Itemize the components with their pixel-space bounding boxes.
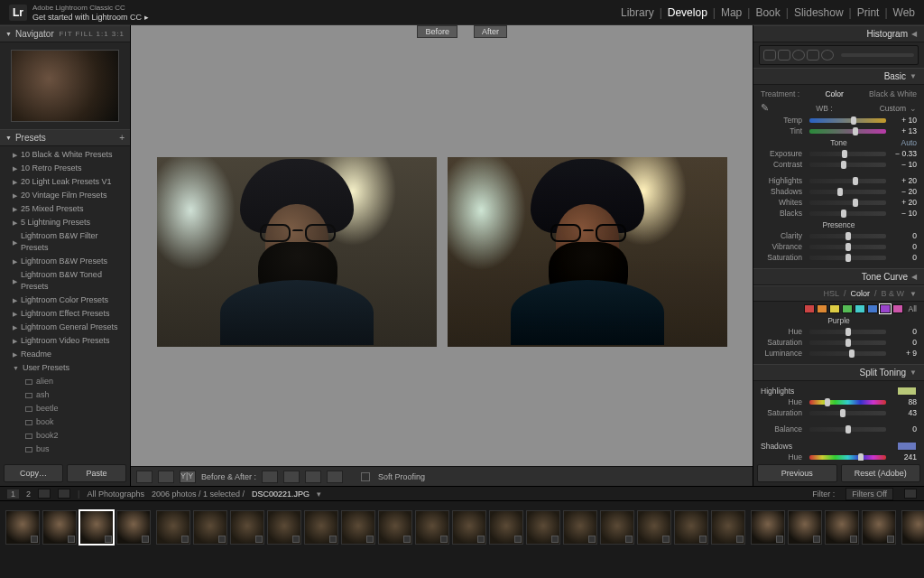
shadows-slider[interactable] (809, 190, 886, 194)
split-sh-hue-slider[interactable] (809, 455, 886, 460)
before-after-icon[interactable]: Y|Y (180, 471, 196, 483)
tint-slider[interactable] (809, 129, 886, 134)
add-preset-icon[interactable]: + (119, 133, 125, 143)
preset-group[interactable]: ▶25 Mixed Presets (0, 202, 130, 216)
whites-value[interactable]: + 20 (893, 198, 917, 207)
filmstrip-thumb[interactable] (193, 510, 227, 545)
module-map[interactable]: Map (721, 6, 742, 19)
redeye-tool-icon[interactable] (792, 50, 805, 61)
clarity-slider[interactable] (809, 234, 886, 238)
nav-fwd[interactable]: 2 (26, 489, 31, 499)
preset-item[interactable]: beetle (0, 402, 130, 415)
filmstrip-thumb[interactable] (711, 510, 745, 545)
preset-group[interactable]: ▶Lightroom General Presets (0, 321, 130, 334)
split-sh-hue-value[interactable]: 241 (893, 452, 917, 461)
preset-item[interactable]: book (0, 415, 130, 429)
gradient-tool-icon[interactable] (807, 50, 819, 61)
hsl-hue-value[interactable]: 0 (893, 327, 917, 336)
hsl-sat-value[interactable]: 0 (893, 338, 917, 347)
preset-group[interactable]: ▶5 Lightning Presets (0, 216, 130, 229)
module-book[interactable]: Book (755, 6, 780, 19)
blacks-value[interactable]: − 10 (893, 209, 917, 218)
vibrance-slider[interactable] (809, 245, 886, 249)
filmstrip-thumb[interactable] (415, 510, 449, 545)
preset-group-user[interactable]: ▼User Presets (0, 361, 130, 375)
preset-group[interactable]: ▶Lightroom Effect Presets (0, 307, 130, 321)
navigator-header[interactable]: ▼ Navigator FIT FILL 1:1 3:1 (0, 25, 130, 42)
soft-proofing-checkbox[interactable] (361, 472, 370, 481)
module-web[interactable]: Web (893, 6, 915, 19)
filmstrip-thumb[interactable] (862, 510, 896, 545)
module-print[interactable]: Print (857, 6, 880, 19)
filmstrip-thumb[interactable] (563, 510, 597, 545)
preset-group[interactable]: ▶Lightroom Video Presets (0, 334, 130, 348)
filter-lock-icon[interactable] (904, 489, 917, 499)
hsl-lum-value[interactable]: + 9 (893, 349, 917, 358)
filmstrip-thumb[interactable] (674, 510, 708, 545)
color-green[interactable] (842, 304, 853, 313)
split-hi-hue-slider[interactable] (809, 400, 886, 405)
preset-group[interactable]: ▶Lightroom B&W Toned Presets (0, 268, 130, 294)
crop-tool-icon[interactable] (763, 50, 776, 61)
contrast-value[interactable]: − 10 (893, 160, 917, 169)
hsl-sat-slider[interactable] (809, 340, 886, 345)
ba-mode-1-icon[interactable] (262, 471, 278, 483)
highlights-value[interactable]: + 20 (893, 176, 917, 185)
highlights-slider[interactable] (809, 179, 886, 183)
filmstrip-thumb[interactable] (156, 510, 190, 545)
filmstrip-thumb[interactable] (452, 510, 486, 545)
split-toning-header[interactable]: Split Toning▼ (753, 364, 924, 381)
module-library[interactable]: Library (621, 6, 654, 19)
tonecurve-header[interactable]: Tone Curve◀ (753, 268, 924, 285)
filmstrip-thumb[interactable] (341, 510, 375, 545)
preset-item[interactable]: book2 (0, 429, 130, 443)
contrast-slider[interactable] (809, 163, 886, 167)
brush-tool-icon[interactable] (841, 53, 914, 57)
color-orange[interactable] (817, 304, 827, 313)
temp-slider[interactable] (809, 118, 886, 123)
filmstrip-thumb[interactable] (378, 510, 412, 545)
filmstrip-thumb[interactable] (901, 510, 924, 545)
preset-item[interactable]: ash (0, 388, 130, 402)
filmstrip-thumb-selected[interactable] (79, 510, 114, 545)
filmstrip-thumb[interactable] (600, 510, 634, 545)
filmstrip-thumb[interactable] (42, 510, 77, 545)
vibrance-value[interactable]: 0 (893, 242, 917, 251)
hsl-hue-slider[interactable] (809, 330, 886, 334)
filmstrip-thumb[interactable] (116, 510, 151, 545)
shadows-swatch[interactable] (897, 442, 917, 451)
filmstrip-thumb[interactable] (5, 510, 40, 545)
navigator-zoom-flags[interactable]: FIT FILL 1:1 3:1 (60, 30, 125, 38)
shadows-value[interactable]: − 20 (893, 187, 917, 196)
spot-tool-icon[interactable] (778, 50, 790, 61)
previous-button[interactable]: Previous (757, 464, 837, 482)
saturation-slider[interactable] (809, 256, 886, 260)
filmstrip-thumb[interactable] (751, 510, 785, 545)
color-aqua[interactable] (855, 304, 865, 313)
preset-item[interactable]: bus (0, 443, 130, 456)
filmstrip-thumb[interactable] (825, 510, 859, 545)
split-hi-sat-slider[interactable] (809, 411, 886, 415)
histogram-header[interactable]: Histogram◀ (753, 25, 924, 42)
whites-slider[interactable] (809, 200, 886, 205)
tint-value[interactable]: + 13 (893, 126, 917, 135)
copy-button[interactable]: Copy… (4, 464, 63, 482)
radial-tool-icon[interactable] (821, 50, 834, 61)
module-develop[interactable]: Develop (668, 6, 707, 19)
preset-group[interactable]: ▶Lightroom Color Presets (0, 294, 130, 307)
compare-view-icon[interactable] (158, 471, 174, 483)
filmstrip[interactable] (0, 500, 924, 553)
eyedropper-icon[interactable]: ✎ (761, 102, 769, 114)
wb-preset-dropdown[interactable]: Custom (880, 104, 906, 113)
filter-dropdown[interactable]: Filters Off (845, 488, 893, 500)
paste-button[interactable]: Paste (67, 464, 126, 482)
loupe-view-icon[interactable] (136, 471, 152, 483)
split-hi-hue-value[interactable]: 88 (893, 397, 917, 406)
color-all[interactable]: All (909, 304, 917, 313)
basic-header[interactable]: Basic▼ (753, 68, 924, 85)
saturation-value[interactable]: 0 (893, 253, 917, 262)
exposure-slider[interactable] (809, 152, 886, 156)
preset-group[interactable]: ▶Lightroom B&W Presets (0, 255, 130, 268)
presets-header[interactable]: ▼ Presets + (0, 129, 130, 146)
ba-mode-2-icon[interactable] (283, 471, 300, 483)
